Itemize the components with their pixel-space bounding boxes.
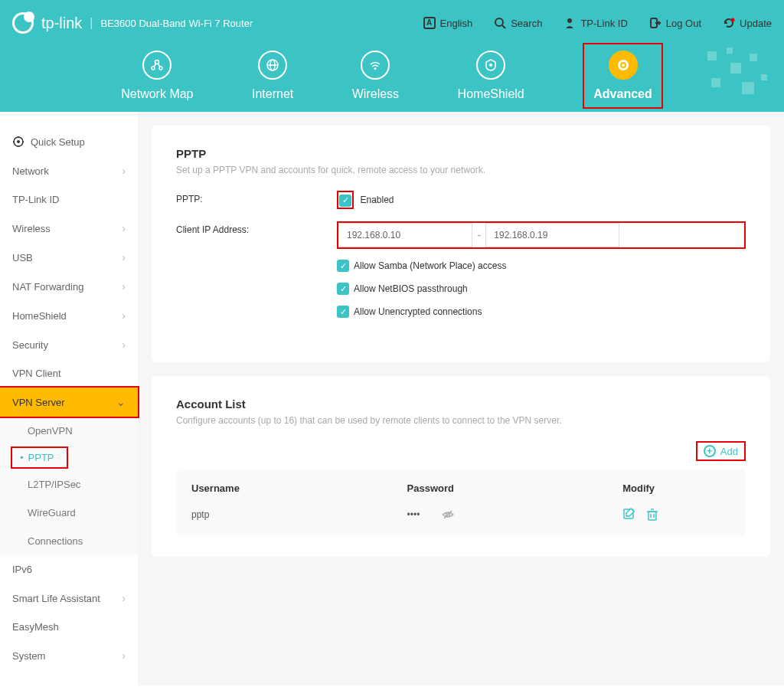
chevron-down-icon: ⌄ bbox=[116, 396, 126, 408]
svg-point-4 bbox=[731, 18, 735, 22]
sidebar-ipv6[interactable]: IPv6 bbox=[0, 555, 138, 584]
main-panel: PPTP Set up a PPTP VPN and accounts for … bbox=[138, 112, 784, 685]
update-icon bbox=[723, 17, 735, 29]
gear-icon bbox=[609, 51, 638, 80]
tab-homeshield[interactable]: HomeShield bbox=[458, 46, 524, 112]
chevron-right-icon: › bbox=[122, 339, 126, 351]
ip-start-input[interactable] bbox=[338, 223, 472, 247]
ip-label: Client IP Address: bbox=[176, 221, 337, 235]
pptp-enable-row: PPTP: ✓ Enabled bbox=[176, 191, 746, 209]
search-icon bbox=[494, 17, 506, 29]
tab-network-map[interactable]: Network Map bbox=[121, 46, 193, 112]
col-username: Username bbox=[191, 482, 407, 494]
chevron-right-icon: › bbox=[122, 649, 126, 662]
allow-netbios-row[interactable]: ✓ Allow NetBIOS passthrough bbox=[337, 283, 746, 295]
tplinkid-link[interactable]: TP-Link ID bbox=[564, 17, 627, 29]
allow-unencrypted-row[interactable]: ✓ Allow Unencrypted connections bbox=[337, 306, 746, 318]
main-tabs: Network Map Internet Wireless HomeShield bbox=[0, 46, 784, 112]
brand-text: tp-link bbox=[41, 15, 82, 32]
account-list-card: Account List Configure accounts (up to 1… bbox=[152, 376, 770, 557]
network-map-icon bbox=[142, 51, 172, 80]
svg-point-0 bbox=[495, 18, 503, 26]
logo[interactable]: tp-link bbox=[12, 12, 82, 34]
tab-internet[interactable]: Internet bbox=[252, 46, 293, 112]
enabled-checkbox[interactable]: ✓ bbox=[339, 195, 351, 207]
unencrypted-checkbox[interactable]: ✓ bbox=[337, 306, 349, 318]
sidebar-system[interactable]: System› bbox=[0, 641, 138, 670]
setup-icon bbox=[12, 136, 24, 148]
sidebar-sub-connections[interactable]: Connections bbox=[0, 527, 138, 555]
svg-line-9 bbox=[158, 64, 160, 67]
sidebar-network[interactable]: Network› bbox=[0, 156, 138, 185]
delete-button[interactable] bbox=[645, 508, 659, 522]
chevron-right-icon: › bbox=[122, 251, 126, 263]
update-link[interactable]: Update bbox=[723, 17, 772, 29]
add-row: + Add bbox=[176, 441, 746, 461]
wifi-icon bbox=[361, 51, 390, 80]
sidebar-smart-life[interactable]: Smart Life Assistant› bbox=[0, 584, 138, 613]
svg-point-2 bbox=[567, 18, 572, 23]
table-header: Username Password Modify bbox=[191, 482, 730, 494]
logout-icon bbox=[649, 17, 662, 29]
accounts-table: Username Password Modify pptp •••• bbox=[176, 469, 746, 535]
sidebar-vpn-client[interactable]: VPN Client bbox=[0, 359, 138, 388]
decorative-pattern bbox=[700, 47, 776, 109]
language-select[interactable]: A English bbox=[423, 17, 473, 29]
search-link[interactable]: Search bbox=[494, 17, 542, 29]
advanced-tab-highlight: Advanced bbox=[583, 43, 662, 109]
logout-link[interactable]: Log Out bbox=[649, 17, 701, 29]
add-account-button[interactable]: + Add bbox=[696, 441, 746, 461]
chevron-right-icon: › bbox=[122, 280, 126, 293]
device-name: BE3600 Dual-Band Wi-Fi 7 Router bbox=[101, 18, 253, 29]
pptp-title: PPTP bbox=[176, 147, 746, 160]
ip-dash: - bbox=[472, 228, 485, 242]
sidebar-sub-openvpn[interactable]: OpenVPN bbox=[0, 417, 138, 445]
sidebar-sub-wireguard[interactable]: WireGuard bbox=[0, 499, 138, 527]
svg-point-7 bbox=[159, 67, 162, 70]
netbios-checkbox[interactable]: ✓ bbox=[337, 283, 349, 295]
tab-wireless[interactable]: Wireless bbox=[352, 46, 399, 112]
user-icon bbox=[564, 17, 576, 29]
ip-end-input[interactable] bbox=[485, 223, 619, 247]
sidebar-wireless[interactable]: Wireless› bbox=[0, 214, 138, 243]
accounts-title: Account List bbox=[176, 397, 746, 411]
sidebar-tplinkid[interactable]: TP-Link ID bbox=[0, 185, 138, 214]
sidebar: Quick Setup Network› TP-Link ID Wireless… bbox=[0, 112, 138, 685]
sidebar-nat-forwarding[interactable]: NAT Forwarding› bbox=[0, 272, 138, 301]
sidebar-quick-setup[interactable]: Quick Setup bbox=[0, 127, 138, 156]
svg-point-6 bbox=[152, 67, 155, 70]
sidebar-usb[interactable]: USB› bbox=[0, 243, 138, 272]
ip-range-highlight: - bbox=[337, 221, 746, 249]
allow-samba-row[interactable]: ✓ Allow Samba (Network Place) access bbox=[337, 260, 746, 272]
header-top-row: tp-link | BE3600 Dual-Band Wi-Fi 7 Route… bbox=[0, 0, 784, 46]
chevron-right-icon: › bbox=[122, 309, 126, 322]
sidebar-sub-pptp[interactable]: PPTP bbox=[12, 448, 67, 467]
logo-icon bbox=[12, 12, 34, 34]
sidebar-sub-l2tp[interactable]: L2TP/IPSec bbox=[0, 470, 138, 499]
cell-username: pptp bbox=[191, 509, 407, 520]
pptp-highlight: PPTP bbox=[11, 446, 68, 469]
ip-address-row: Client IP Address: - ✓ Allow Samba (Netw… bbox=[176, 221, 746, 329]
shield-icon bbox=[476, 51, 505, 80]
accounts-desc: Configure accounts (up to 16) that can b… bbox=[176, 415, 746, 426]
divider: | bbox=[90, 16, 93, 30]
sidebar-easymesh[interactable]: EasyMesh bbox=[0, 613, 138, 641]
tab-advanced[interactable]: Advanced bbox=[593, 46, 652, 101]
sidebar-vpn-server[interactable]: VPN Server⌄ bbox=[0, 386, 139, 418]
enabled-highlight: ✓ bbox=[337, 191, 354, 209]
header-bar: tp-link | BE3600 Dual-Band Wi-Fi 7 Route… bbox=[0, 0, 784, 112]
language-icon: A bbox=[423, 17, 436, 29]
globe-icon bbox=[258, 51, 287, 80]
sidebar-security[interactable]: Security› bbox=[0, 330, 138, 359]
pptp-desc: Set up a PPTP VPN and accounts for quick… bbox=[176, 165, 746, 175]
col-password: Password bbox=[407, 482, 623, 494]
sidebar-homeshield[interactable]: HomeShield› bbox=[0, 301, 138, 330]
plus-icon: + bbox=[704, 445, 716, 457]
chevron-right-icon: › bbox=[122, 592, 126, 604]
svg-point-14 bbox=[489, 64, 492, 67]
col-modify: Modify bbox=[622, 482, 730, 494]
show-password-icon[interactable] bbox=[441, 508, 455, 522]
edit-button[interactable] bbox=[622, 508, 636, 522]
svg-point-18 bbox=[17, 140, 20, 143]
samba-checkbox[interactable]: ✓ bbox=[337, 260, 349, 272]
